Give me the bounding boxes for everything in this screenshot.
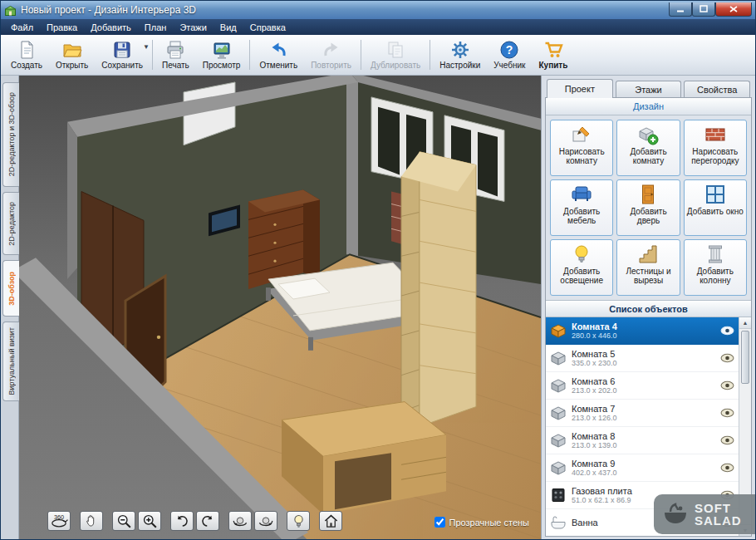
toolbar-buy-button[interactable]: Купить — [533, 37, 575, 73]
object-row-room-4[interactable]: Комната 4 280.0 x 446.0 — [546, 317, 739, 345]
rotate-360-icon: 360 — [50, 513, 68, 529]
object-row-room-5[interactable]: Комната 5 335.0 x 230.0 — [546, 345, 739, 372]
toolbar-tutorial-button[interactable]: ? Учебник — [487, 37, 532, 73]
rotate-ccw-button[interactable] — [170, 511, 194, 531]
tab-project-label: Проект — [565, 84, 595, 94]
toolbar-separator — [430, 40, 430, 70]
toolbar-settings-label: Настройки — [439, 61, 480, 70]
viewport-3d[interactable]: 360 Прозрачные стены — [19, 76, 541, 539]
tab-virtual-visit[interactable]: Виртуальный визит — [2, 322, 19, 401]
room-box-icon — [550, 433, 567, 448]
zoom-out-button[interactable] — [112, 511, 135, 531]
stove-icon — [550, 488, 567, 503]
redo-arrow-icon — [322, 40, 341, 60]
menu-plan[interactable]: План — [138, 21, 174, 34]
lighting-button[interactable] — [287, 511, 310, 531]
toolbar-duplicate-button[interactable]: Дублировать — [364, 37, 427, 73]
titlebar[interactable]: Новый проект - Дизайн Интерьера 3D — [1, 1, 755, 19]
visibility-eye-icon[interactable] — [720, 463, 734, 473]
toolbar-save-button[interactable]: Сохранить ▼ — [95, 37, 150, 73]
scroll-up-button[interactable]: ▲ — [739, 317, 751, 329]
object-row-room-6[interactable]: Комната 6 213.0 x 202.0 — [546, 372, 739, 400]
add-window-button[interactable]: Добавить окно — [684, 179, 747, 236]
menu-help[interactable]: Справка — [243, 21, 292, 34]
menu-floors[interactable]: Этажи — [173, 21, 213, 34]
pan-hand-button[interactable] — [80, 511, 103, 531]
rotate-360-button[interactable]: 360 — [47, 511, 71, 531]
zoom-in-button[interactable] — [138, 511, 161, 531]
orbit-left-button[interactable] — [228, 511, 252, 531]
brick-wall-icon — [704, 124, 726, 145]
tab-2d-editor[interactable]: 2D-редактор — [2, 192, 19, 255]
tab-2d-editor-label: 2D-редактор — [7, 202, 16, 246]
pan-hand-icon — [84, 513, 99, 528]
maximize-button[interactable] — [692, 2, 715, 17]
object-row-room-9[interactable]: Комната 9 402.0 x 437.0 — [546, 454, 739, 482]
add-door-button[interactable]: Добавить дверь — [616, 179, 680, 236]
rotate-cw-button[interactable] — [196, 511, 219, 531]
window-controls — [669, 2, 752, 17]
stairs-cutouts-label: Лестницы и вырезы — [618, 267, 678, 285]
draw-room-label: Нарисовать комнату — [552, 147, 611, 165]
add-door-label: Добавить дверь — [618, 207, 678, 225]
open-folder-icon — [62, 40, 82, 60]
right-panel: Проект Этажи Свойства Дизайн Нарисовать … — [541, 76, 755, 539]
save-dropdown-arrow[interactable]: ▼ — [143, 43, 150, 51]
add-furniture-label: Добавить мебель — [552, 207, 611, 225]
visibility-eye-icon[interactable] — [720, 435, 734, 445]
minimize-button[interactable] — [669, 2, 692, 17]
menu-add[interactable]: Добавить — [84, 21, 138, 34]
zoom-out-icon — [116, 513, 132, 529]
toolbar-redo-button[interactable]: Повторить — [304, 37, 358, 73]
add-room-button[interactable]: Добавить комнату — [616, 120, 680, 176]
printer-icon — [165, 40, 185, 60]
home-view-button[interactable] — [319, 511, 342, 531]
toolbar-undo-button[interactable]: Отменить — [253, 37, 304, 73]
tab-3d-view[interactable]: 3D-обзор — [2, 260, 19, 317]
toolbar-print-label: Печать — [162, 61, 189, 70]
toolbar-preview-button[interactable]: Просмотр — [196, 37, 248, 73]
menu-file[interactable]: Файл — [4, 21, 40, 34]
add-column-button[interactable]: Добавить колонну — [684, 239, 747, 296]
toolbar-open-button[interactable]: Открыть — [49, 37, 95, 73]
menu-view[interactable]: Вид — [214, 21, 243, 34]
draw-partition-button[interactable]: Нарисовать перегородку — [684, 120, 747, 176]
toolbar-print-button[interactable]: Печать — [155, 37, 196, 73]
add-lighting-button[interactable]: Добавить освещение — [550, 239, 613, 296]
visibility-eye-icon[interactable] — [720, 353, 734, 363]
tab-properties[interactable]: Свойства — [684, 81, 750, 98]
object-name: Комната 7 — [572, 404, 715, 415]
menu-edit[interactable]: Правка — [40, 21, 84, 34]
window-title: Новый проект - Дизайн Интерьера 3D — [21, 4, 665, 16]
orbit-right-icon — [258, 514, 274, 528]
visibility-eye-icon[interactable] — [720, 380, 734, 390]
stairs-cutouts-button[interactable]: Лестницы и вырезы — [616, 239, 680, 296]
left-tab-strip: 2D-редактор и 3D-обзор 2D-редактор 3D-об… — [1, 76, 19, 539]
tab-2d-and-3d[interactable]: 2D-редактор и 3D-обзор — [2, 82, 19, 187]
armchair-icon — [571, 184, 592, 205]
transparent-walls-checkbox[interactable] — [434, 517, 445, 528]
draw-room-button[interactable]: Нарисовать комнату — [550, 120, 613, 176]
save-floppy-icon — [112, 40, 132, 60]
watermark-text: SOFT SALAD — [695, 502, 742, 527]
object-size: 213.0 x 126.0 — [572, 414, 715, 422]
visibility-eye-icon[interactable] — [720, 408, 734, 418]
object-row-room-7[interactable]: Комната 7 213.0 x 126.0 — [546, 400, 739, 427]
viewport-toolbar: 360 — [47, 511, 345, 531]
tab-project[interactable]: Проект — [547, 79, 613, 98]
new-document-icon — [17, 40, 37, 60]
scrollbar-thumb[interactable] — [741, 331, 749, 384]
object-row-room-8[interactable]: Комната 8 213.0 x 139.0 — [546, 427, 739, 454]
transparent-walls-toggle[interactable]: Прозрачные стены — [434, 517, 529, 528]
object-name: Комната 9 — [572, 459, 715, 469]
add-furniture-button[interactable]: Добавить мебель — [550, 179, 613, 236]
close-button[interactable] — [715, 2, 752, 17]
draw-partition-label: Нарисовать перегородку — [685, 147, 745, 165]
toolbar-settings-button[interactable]: Настройки — [433, 37, 487, 73]
orbit-right-button[interactable] — [254, 511, 277, 531]
tab-floors[interactable]: Этажи — [616, 81, 682, 98]
visibility-eye-icon[interactable] — [720, 326, 734, 336]
add-lighting-label: Добавить освещение — [552, 267, 611, 285]
toolbar-new-button[interactable]: Создать — [4, 37, 49, 73]
toolbar-separator — [249, 40, 250, 70]
